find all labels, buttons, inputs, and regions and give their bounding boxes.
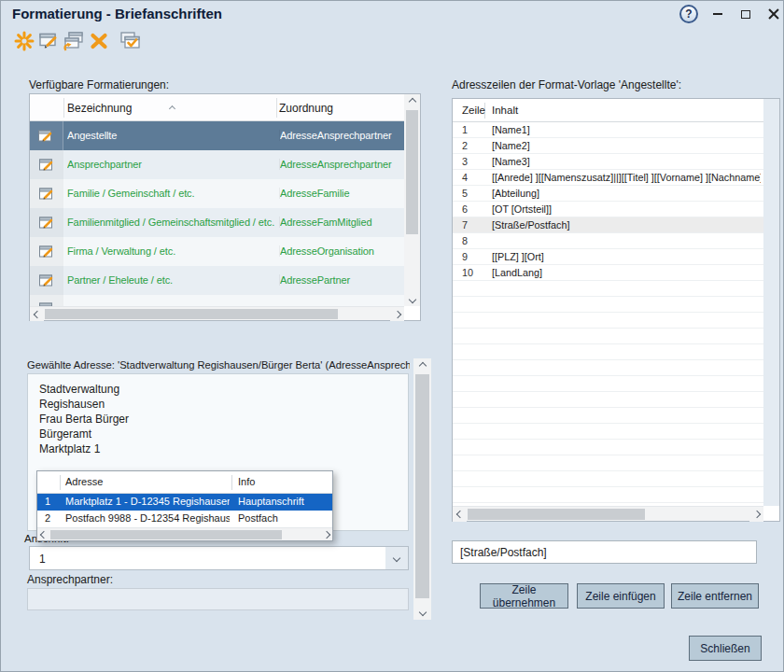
scroll-up-arrow[interactable]	[413, 358, 431, 373]
anschrift-combobox[interactable]: 1	[29, 546, 409, 570]
selected-address-label: Gewählte Adresse: 'Stadtverwaltung Regis…	[27, 359, 410, 371]
line-content: [[PLZ] ][Ort]	[492, 251, 761, 262]
popup-row-postfach[interactable]: 2 Postfach 9988 - D-12354 Regishausen Po…	[37, 511, 332, 527]
line-number: 6	[462, 203, 468, 215]
scroll-right-arrow[interactable]	[749, 507, 763, 522]
address-line: Bürgeramt	[39, 427, 397, 441]
column-header-info[interactable]: Info	[238, 476, 255, 487]
title-bar: Formatierung - Briefanschriften ?	[1, 1, 783, 27]
scroll-left-arrow[interactable]	[30, 307, 44, 321]
formats-vertical-scrollbar[interactable]	[404, 94, 420, 306]
scroll-down-arrow[interactable]	[413, 605, 431, 620]
line-row-5[interactable]: 5[Abteilung]	[453, 186, 763, 202]
row-info: Postfach	[238, 512, 278, 524]
scroll-down-arrow[interactable]	[404, 292, 420, 306]
section-vertical-scrollbar[interactable]	[413, 358, 431, 620]
format-row-partner[interactable]: Partner / Eheleute / etc. AdressePartner	[30, 266, 404, 295]
line-row-4[interactable]: 4[[Anrede] ][[Namenszusatz]||][[Titel] ]…	[453, 170, 763, 186]
sort-ascending-icon	[169, 105, 175, 112]
scroll-right-arrow[interactable]	[390, 307, 404, 321]
format-bezeichnung: Ansprechpartner	[67, 159, 274, 170]
line-content-input[interactable]	[452, 540, 757, 564]
scroll-left-arrow[interactable]	[453, 507, 467, 522]
line-row-3[interactable]: 3[Name3]	[453, 154, 763, 170]
close-button[interactable]	[763, 5, 784, 23]
column-header-zuordnung[interactable]: Zuordnung	[279, 102, 333, 115]
delete-format-button[interactable]	[87, 29, 111, 53]
edit-format-button[interactable]	[37, 29, 62, 53]
ansprechpartner-label: Ansprechpartner:	[27, 573, 113, 586]
line-row-2[interactable]: 2[Name2]	[453, 138, 763, 154]
ansprechpartner-input[interactable]	[27, 588, 409, 610]
line-content: [LandLang]	[492, 267, 761, 278]
scrollbar-thumb[interactable]	[45, 309, 338, 319]
column-header-adresse[interactable]: Adresse	[65, 476, 103, 487]
line-content: [Name3]	[492, 156, 761, 167]
formats-panel-label: Verfügbare Formatierungen:	[29, 78, 169, 91]
format-row-familie[interactable]: Familie / Gemeinschaft / etc. AdresseFam…	[30, 179, 404, 208]
column-header-zeile[interactable]: Zeile	[462, 105, 485, 116]
scrollbar-thumb[interactable]	[406, 110, 418, 234]
format-edit-icon	[30, 121, 63, 150]
formats-horizontal-scrollbar[interactable]	[30, 306, 404, 320]
combobox-dropdown-button[interactable]	[385, 547, 408, 569]
format-edit-icon	[30, 266, 63, 295]
schliessen-button[interactable]: Schließen	[689, 636, 762, 661]
minimize-icon	[713, 13, 722, 15]
scroll-left-arrow[interactable]	[37, 528, 49, 540]
format-row-firma[interactable]: Firma / Verwaltung / etc. AdresseOrganis…	[30, 237, 404, 266]
popup-row-hauptanschrift[interactable]: 1 Marktplatz 1 - D-12345 Regishausen Hau…	[37, 494, 332, 511]
line-row-8[interactable]: 8	[453, 233, 763, 249]
popup-horizontal-scrollbar[interactable]	[37, 527, 332, 540]
column-divider	[63, 98, 64, 118]
column-divider	[276, 98, 277, 118]
maximize-button[interactable]	[735, 5, 757, 23]
minimize-button[interactable]	[707, 5, 729, 23]
line-row-9[interactable]: 9[[PLZ] ][Ort]	[453, 249, 763, 265]
help-icon[interactable]: ?	[679, 5, 698, 23]
apply-format-button[interactable]	[118, 29, 142, 53]
lines-vertical-scrollbar[interactable]	[763, 99, 779, 506]
combobox-value: 1	[39, 553, 46, 566]
line-row-6[interactable]: 6[OT [Ortsteil]]	[453, 202, 763, 217]
line-number: 10	[462, 267, 473, 278]
line-number: 3	[462, 156, 468, 167]
zeile-entfernen-button[interactable]: Zeile entfernen	[671, 583, 759, 609]
column-divider	[60, 475, 61, 490]
line-row-10[interactable]: 10[LandLang]	[453, 265, 763, 281]
row-number: 1	[45, 496, 50, 507]
copy-format-button[interactable]	[61, 29, 85, 53]
format-bezeichnung: Firma / Verwaltung / etc.	[67, 245, 274, 257]
dialog-formatierung-briefanschriften: Formatierung - Briefanschriften ?	[0, 0, 784, 672]
scrollbar-thumb[interactable]	[415, 374, 429, 598]
empty-rows-area	[453, 281, 763, 504]
address-line: Marktplatz 1	[39, 441, 397, 456]
format-row-ansprechpartner[interactable]: Ansprechpartner AdresseAnsprechpartner	[30, 150, 404, 179]
column-header-inhalt[interactable]: Inhalt	[492, 105, 518, 116]
lines-horizontal-scrollbar[interactable]	[453, 506, 763, 521]
line-content: [Name1]	[492, 124, 761, 135]
new-format-button[interactable]	[12, 29, 36, 53]
line-row-1[interactable]: 1[Name1]	[453, 122, 763, 138]
zeile-einfuegen-button[interactable]: Zeile einfügen	[577, 583, 665, 609]
new-starburst-icon	[14, 31, 35, 51]
scroll-up-arrow[interactable]	[404, 94, 420, 108]
scrollbar-thumb[interactable]	[50, 530, 282, 539]
line-content: [[Anrede] ][[Namenszusatz]||][[Titel] ][…	[492, 172, 761, 183]
zeile-uebernehmen-button[interactable]: Zeile übernehmen	[480, 583, 568, 609]
format-zuordnung: AdressePartner	[279, 274, 402, 286]
chevron-down-icon	[393, 554, 400, 562]
format-row-familienmitglied[interactable]: Familienmitglied / Gemeinschaftsmitglied…	[30, 208, 404, 237]
scrollbar-thumb[interactable]	[468, 509, 645, 520]
scroll-right-arrow[interactable]	[320, 528, 332, 540]
address-lines-table: Zeile Inhalt 1[Name1] 2[Name2] 3[Name3] …	[452, 98, 780, 522]
format-row-angestellte[interactable]: Angestellte AdresseAnsprechpartner	[30, 121, 404, 150]
column-header-bezeichnung[interactable]: Bezeichnung	[67, 102, 132, 115]
format-row-partial	[30, 295, 404, 306]
address-line-blank	[39, 456, 397, 471]
line-content: [Name2]	[492, 140, 761, 151]
maximize-icon	[741, 10, 750, 19]
line-row-7-selected[interactable]: 7[Straße/Postfach]	[453, 217, 763, 233]
address-line: Frau Berta Bürger	[39, 412, 397, 427]
lines-table-header: Zeile Inhalt	[453, 99, 763, 122]
